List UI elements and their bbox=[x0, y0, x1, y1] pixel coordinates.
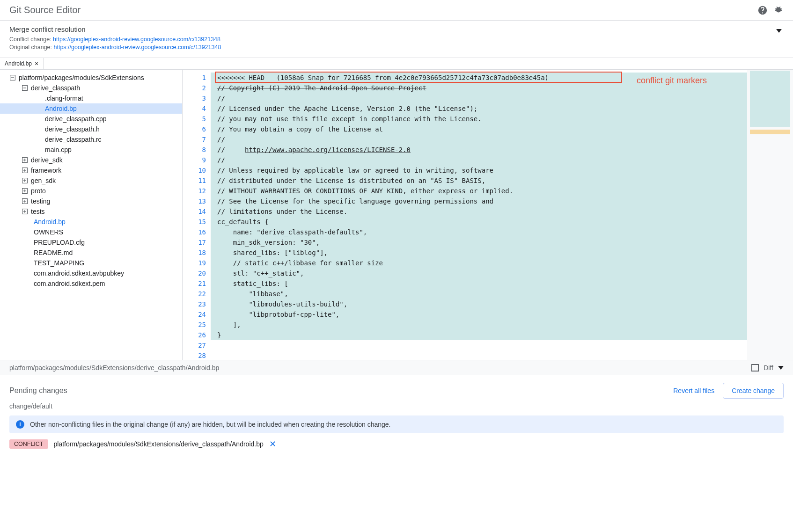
tab-android-bp[interactable]: Android.bp × bbox=[0, 58, 44, 69]
code-line[interactable]: name: "derive_classpath-defaults", bbox=[211, 227, 747, 237]
tree-item[interactable]: derive_sdk bbox=[0, 155, 182, 165]
original-change-link[interactable]: https://googleplex-android-review.google… bbox=[54, 44, 221, 51]
tree-item[interactable]: derive_classpath.rc bbox=[0, 134, 182, 145]
code-line[interactable]: // http://www.apache.org/licenses/LICENS… bbox=[211, 145, 747, 155]
code-line[interactable]: // See the License for the specific lang… bbox=[211, 196, 747, 206]
remove-file-icon[interactable]: ✕ bbox=[269, 439, 276, 449]
code-line[interactable]: "libprotobuf-cpp-lite", bbox=[211, 309, 747, 320]
header: Git Source Editor bbox=[0, 0, 793, 21]
code-line[interactable]: shared_libs: ["liblog"], bbox=[211, 248, 747, 258]
collapse-icon[interactable] bbox=[9, 74, 16, 81]
code-line[interactable]: // Licensed under the Apache License, Ve… bbox=[211, 103, 747, 114]
tree-item[interactable]: PREUPLOAD.cfg bbox=[0, 237, 182, 248]
tree-item[interactable]: main.cpp bbox=[0, 145, 182, 155]
tree-item-label: PREUPLOAD.cfg bbox=[34, 239, 85, 246]
code-line[interactable]: // limitations under the License. bbox=[211, 206, 747, 217]
info-icon: i bbox=[16, 420, 24, 429]
tree-item[interactable]: framework bbox=[0, 165, 182, 175]
code-line[interactable]: // WITHOUT WARRANTIES OR CONDITIONS OF A… bbox=[211, 186, 747, 196]
code-line[interactable]: // You may obtain a copy of the License … bbox=[211, 124, 747, 134]
bug-icon[interactable] bbox=[773, 5, 784, 15]
tab-label: Android.bp bbox=[5, 60, 32, 67]
conflict-annotation: conflict git markers bbox=[637, 75, 707, 86]
code-line[interactable]: "libbase", bbox=[211, 289, 747, 299]
diff-checkbox[interactable] bbox=[751, 364, 759, 372]
code-line[interactable]: "libmodules-utils-build", bbox=[211, 299, 747, 309]
tree-item[interactable]: platform/packages/modules/SdkExtensions bbox=[0, 73, 182, 83]
tree-item-label: platform/packages/modules/SdkExtensions bbox=[19, 74, 144, 81]
pathbar-path: platform/packages/modules/SdkExtensions/… bbox=[9, 364, 219, 372]
tree-item[interactable]: com.android.sdkext.avbpubkey bbox=[0, 268, 182, 278]
editor[interactable]: 1234567891011121314151617181920212223242… bbox=[183, 70, 793, 360]
tree-item[interactable]: README.md bbox=[0, 248, 182, 258]
pending-bar: Pending changes Revert all files Create … bbox=[0, 375, 793, 402]
tree-item-label: Android.bp bbox=[45, 105, 77, 112]
tree-item[interactable]: derive_classpath.cpp bbox=[0, 114, 182, 124]
tree-item[interactable]: testing bbox=[0, 196, 182, 206]
conflict-change-label: Conflict change: bbox=[9, 36, 53, 43]
code-area[interactable]: conflict git markers <<<<<<< HEAD (1058a… bbox=[211, 70, 747, 360]
code-line[interactable]: // bbox=[211, 93, 747, 103]
original-change-label: Original change: bbox=[9, 44, 54, 51]
close-icon[interactable]: × bbox=[35, 60, 38, 67]
tree-item[interactable]: gen_sdk bbox=[0, 175, 182, 186]
conflict-header: Merge conflict resolution Conflict chang… bbox=[0, 21, 793, 58]
help-icon[interactable] bbox=[757, 5, 768, 15]
info-text: Other non-conflicting files in the origi… bbox=[30, 421, 390, 428]
expand-icon[interactable] bbox=[22, 177, 28, 184]
tree-item[interactable]: TEST_MAPPING bbox=[0, 258, 182, 268]
create-change-button[interactable]: Create change bbox=[723, 383, 784, 399]
code-line[interactable]: } bbox=[211, 330, 747, 340]
code-line[interactable]: // distributed under the License is dist… bbox=[211, 175, 747, 186]
collapse-icon[interactable] bbox=[22, 85, 28, 91]
tree-item[interactable]: Android.bp bbox=[0, 103, 182, 114]
tree-item[interactable]: derive_classpath bbox=[0, 83, 182, 93]
tree-item-label: derive_classpath bbox=[31, 84, 80, 92]
tree-item[interactable]: tests bbox=[0, 206, 182, 217]
tree-item-label: .clang-format bbox=[45, 95, 83, 102]
tree-item[interactable]: derive_classpath.h bbox=[0, 124, 182, 134]
code-line[interactable]: static_libs: [ bbox=[211, 278, 747, 289]
revert-all-button[interactable]: Revert all files bbox=[673, 387, 714, 394]
expand-icon[interactable] bbox=[22, 188, 28, 194]
tree-item-label: com.android.sdkext.avbpubkey bbox=[34, 270, 124, 277]
line-gutter: 1234567891011121314151617181920212223242… bbox=[183, 70, 211, 360]
code-line[interactable]: // you may not use this file except in c… bbox=[211, 114, 747, 124]
code-line[interactable]: // bbox=[211, 134, 747, 145]
tree-item[interactable]: Android.bp bbox=[0, 217, 182, 227]
change-row: change/default bbox=[0, 402, 793, 415]
conflict-change-link[interactable]: https://googleplex-android-review.google… bbox=[53, 36, 220, 43]
tree-item[interactable]: OWNERS bbox=[0, 227, 182, 237]
conflict-file-path: platform/packages/modules/SdkExtensions/… bbox=[54, 440, 264, 448]
code-line[interactable]: // Unless required by applicable law or … bbox=[211, 165, 747, 175]
code-line[interactable]: stl: "c++_static", bbox=[211, 268, 747, 278]
tree-item-label: README.md bbox=[34, 249, 73, 256]
expand-icon[interactable] bbox=[22, 198, 28, 204]
main-area: platform/packages/modules/SdkExtensionsd… bbox=[0, 70, 793, 360]
expand-icon[interactable] bbox=[22, 208, 28, 215]
code-line[interactable]: ], bbox=[211, 320, 747, 330]
expand-icon[interactable] bbox=[22, 157, 28, 163]
code-line[interactable]: // bbox=[211, 155, 747, 165]
code-line[interactable]: // static c++/libbase for smaller size bbox=[211, 258, 747, 268]
tree-item-label: derive_sdk bbox=[31, 156, 63, 164]
tree-item-label: com.android.sdkext.pem bbox=[34, 280, 105, 287]
tree-item-label: TEST_MAPPING bbox=[34, 259, 84, 267]
tree-item-label: gen_sdk bbox=[31, 177, 56, 184]
pending-title: Pending changes bbox=[9, 386, 67, 395]
tree-item-label: OWNERS bbox=[34, 228, 63, 236]
diff-label: Diff bbox=[764, 364, 773, 372]
conflict-header-title: Merge conflict resolution bbox=[9, 25, 784, 33]
expand-icon[interactable] bbox=[22, 167, 28, 174]
code-line[interactable]: min_sdk_version: "30", bbox=[211, 237, 747, 248]
tree-item[interactable]: .clang-format bbox=[0, 93, 182, 103]
tree-item[interactable]: proto bbox=[0, 186, 182, 196]
chevron-down-icon[interactable] bbox=[778, 366, 784, 370]
code-line[interactable]: cc_defaults { bbox=[211, 217, 747, 227]
minimap[interactable] bbox=[747, 70, 793, 360]
tree-item-label: derive_classpath.cpp bbox=[45, 115, 107, 123]
tree-item-label: framework bbox=[31, 167, 61, 174]
collapse-icon[interactable] bbox=[776, 29, 782, 33]
tree-item[interactable]: com.android.sdkext.pem bbox=[0, 278, 182, 289]
pathbar: platform/packages/modules/SdkExtensions/… bbox=[0, 360, 793, 375]
